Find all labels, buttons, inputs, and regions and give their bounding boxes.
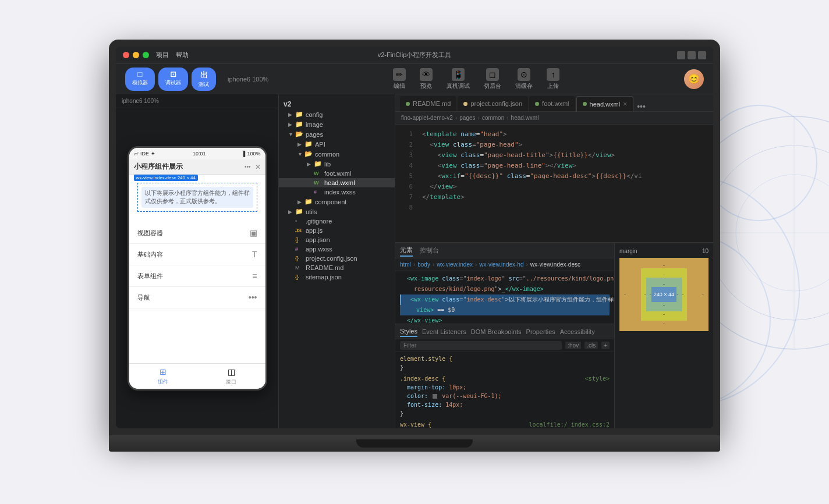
box-model-panel: margin 10 - - -	[614, 243, 713, 428]
html-inspector: <wx-image class="index-logo" src="../res…	[395, 271, 614, 324]
tree-item-sitemap[interactable]: ▶ {} sitemap.json	[279, 272, 395, 282]
upload-icon: ↑	[547, 68, 559, 81]
tree-item-utils[interactable]: ▶ 📁 utils	[279, 207, 395, 216]
clear-cache-action[interactable]: ⊙ 清缓存	[515, 68, 533, 90]
list-item-icon: ≡	[252, 271, 257, 281]
tab-properties[interactable]: Properties	[526, 327, 555, 336]
close-win-btn[interactable]	[698, 51, 706, 59]
real-device-action[interactable]: 📱 真机调试	[447, 68, 470, 90]
tab-head[interactable]: head.wxml ×	[576, 96, 634, 111]
code-content[interactable]: <template name="head"> <view class="page…	[416, 125, 713, 242]
tab-close-icon[interactable]: ×	[623, 101, 627, 108]
css-property: color:	[407, 393, 428, 399]
line-numbers: 12345678	[395, 125, 416, 242]
file-icon: •	[295, 218, 303, 224]
tree-item-app-js[interactable]: ▶ JS app.js	[279, 226, 395, 235]
edit-action[interactable]: ✏ 编辑	[393, 68, 406, 90]
tab-styles[interactable]: Styles	[400, 326, 417, 337]
dom-bc-html[interactable]: html	[400, 261, 411, 268]
tab-projectconfig[interactable]: project.config.json	[458, 96, 528, 111]
maximize-button[interactable]	[143, 52, 149, 58]
tree-item-foot-wxml[interactable]: ▶ W foot.wxml	[279, 169, 395, 178]
minimize-win-btn[interactable]	[677, 51, 685, 59]
dom-bc-index[interactable]: wx-view.index	[437, 261, 473, 268]
tab-component[interactable]: ⊞ 组件	[129, 364, 197, 389]
dom-bc-desc[interactable]: wx-view.index-desc	[530, 261, 580, 268]
tree-item-lib[interactable]: ▶ 📁 lib	[279, 159, 395, 169]
bc-file: head.wxml	[511, 115, 539, 121]
code-editor[interactable]: 12345678 <template name="head"> <view cl…	[395, 125, 713, 242]
tree-item-index-wxss[interactable]: ▶ # index.wxss	[279, 187, 395, 197]
html-code-view: <wx-image class="index-logo" src="../res…	[395, 271, 614, 324]
tree-item-app-wxss[interactable]: ▶ # app.wxss	[279, 244, 395, 254]
tree-item-config[interactable]: ▶ 📁 config	[279, 109, 395, 119]
tab-interface[interactable]: ◫ 接口	[197, 364, 265, 389]
dom-bc-body[interactable]: body	[417, 261, 430, 268]
close-button[interactable]	[123, 52, 129, 58]
arrow-icon: ▶	[288, 112, 295, 118]
debugger-button[interactable]: ⊡ 调试器	[158, 68, 188, 91]
cls-filter-btn[interactable]: .cls	[584, 342, 598, 349]
bm-margin-top: -	[624, 262, 704, 268]
folder-icon: 📁	[314, 160, 322, 168]
html-line: resources/kind/logo.png">_</wx-image>	[400, 284, 610, 294]
tab-dot	[463, 102, 467, 106]
tab-elements[interactable]: 元素	[400, 244, 413, 257]
tree-item-name: lib	[324, 161, 395, 168]
tab-console[interactable]: 控制台	[420, 245, 439, 256]
upload-action[interactable]: ↑ 上传	[547, 68, 559, 90]
tree-item-gitignore[interactable]: ▶ • .gitignore	[279, 216, 395, 226]
tab-foot[interactable]: foot.wxml	[529, 96, 575, 111]
element-highlight: wx-view.index-desc 240 × 44 以下将展示小程序官方组件…	[134, 179, 261, 215]
arrow-icon: ▶	[288, 209, 295, 215]
tree-root: v2	[279, 99, 395, 109]
backend-action[interactable]: ◻ 切后台	[484, 68, 501, 90]
tree-item-readme[interactable]: ▶ M README.md	[279, 263, 395, 272]
preview-action[interactable]: 👁 预览	[420, 68, 433, 90]
tree-item-app-json[interactable]: ▶ {} app.json	[279, 235, 395, 244]
test-button[interactable]: 出 测试	[192, 68, 216, 91]
add-filter-btn[interactable]: +	[601, 342, 610, 349]
tree-item-api[interactable]: ▶ 📁 API	[279, 139, 395, 149]
hov-filter-btn[interactable]: :hov	[565, 342, 581, 349]
tab-label: project.config.json	[470, 100, 522, 107]
tab-label: README.md	[413, 100, 451, 107]
list-item[interactable]: 视图容器 ▣	[129, 222, 265, 244]
list-item[interactable]: 表单组件 ≡	[129, 265, 265, 287]
tree-item-component[interactable]: ▶ 📁 component	[279, 197, 395, 207]
json-icon: {}	[295, 274, 303, 280]
restore-win-btn[interactable]	[688, 51, 696, 59]
css-selector: wx-view {	[400, 421, 431, 428]
list-item[interactable]: 基础内容 T	[129, 244, 265, 265]
inspector-panel: 元素 控制台 html › body › wx-view.index	[395, 243, 614, 428]
bm-border-sides: - - - 240 × 44 -	[644, 278, 683, 311]
minimize-button[interactable]	[133, 52, 139, 58]
tree-item-project-config[interactable]: ▶ {} project.config.json	[279, 254, 395, 263]
code-line: <view class="page-head-line"></view>	[422, 161, 707, 171]
menu-help[interactable]: 帮助	[176, 51, 189, 59]
tree-item-head-wxml[interactable]: ▶ W head.wxml	[279, 178, 395, 187]
bc-pages: pages	[459, 115, 475, 121]
tree-item-name: foot.wxml	[324, 170, 395, 177]
phone-nav-dots: ••• ✕	[245, 163, 261, 171]
phone-simulator: iphone6 100% ㎡ IDE ✦ 10:01 ▌100% 小程序组件展示	[116, 94, 279, 428]
css-rule-index-desc: .index-desc { <style>	[400, 374, 610, 383]
more-tabs-button[interactable]: •••	[637, 102, 646, 111]
styles-toolbar: :hov .cls +	[395, 339, 614, 352]
user-avatar[interactable]: 😊	[684, 69, 704, 89]
tab-readme[interactable]: README.md	[400, 96, 456, 111]
styles-filter-input[interactable]	[400, 341, 562, 350]
dom-bc-hd[interactable]: wx-view.index-hd	[479, 261, 523, 268]
clear-cache-icon: ⊙	[518, 68, 530, 81]
tree-item-common[interactable]: ▼ 📂 common	[279, 149, 395, 159]
menu-project[interactable]: 项目	[156, 51, 169, 59]
simulator-button[interactable]: □ 模拟器	[125, 68, 155, 91]
tree-item-pages[interactable]: ▼ 📂 pages	[279, 129, 395, 139]
code-line: </view>	[422, 182, 707, 192]
list-item[interactable]: 导航 •••	[129, 287, 265, 308]
tree-item-image[interactable]: ▶ 📁 image	[279, 119, 395, 129]
tab-accessibility[interactable]: Accessibility	[560, 327, 595, 336]
tree-item-name: project.config.json	[306, 255, 395, 262]
tab-dom-breakpoints[interactable]: DOM Breakpoints	[471, 327, 522, 336]
tab-event-listeners[interactable]: Event Listeners	[422, 327, 466, 336]
